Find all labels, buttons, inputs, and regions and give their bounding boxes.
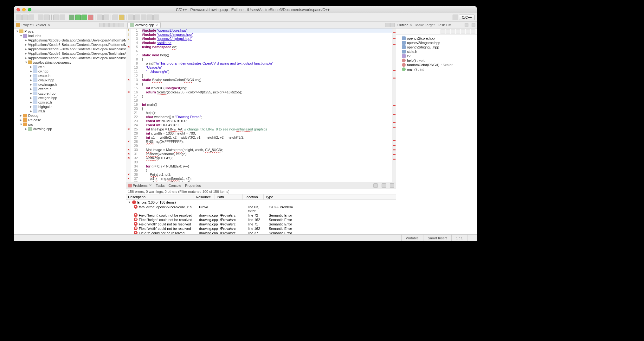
link-editor-icon[interactable]	[104, 23, 109, 27]
outline-tree[interactable]: opencv2/core.hppopencv2/imgproc.hppopenc…	[396, 35, 477, 234]
new-class-icon[interactable]	[97, 15, 103, 20]
open-type-icon[interactable]	[53, 15, 59, 20]
code-area[interactable]: #include "opencv2/core.hpp"#include "ope…	[140, 28, 392, 182]
close-icon[interactable]	[16, 8, 20, 11]
problems-row[interactable]: ✖Field 'width' could not be resolveddraw…	[126, 226, 396, 231]
build-icon[interactable]	[38, 15, 43, 20]
titlebar[interactable]: C/C++ - Prova/src/drawing.cpp - Eclipse …	[14, 6, 477, 13]
column-type[interactable]: Type	[264, 194, 396, 199]
tree-item[interactable]: ▶cxeigen.hpp	[14, 96, 126, 100]
tree-item[interactable]: ▶cv.h	[14, 65, 126, 69]
link-icon[interactable]	[466, 29, 470, 34]
forward-icon[interactable]	[153, 15, 159, 20]
problems-row[interactable]: ✖fatal error: 'opencv2/core/core_c.h' fi…	[126, 205, 396, 213]
editor-tab[interactable]: drawing.cpp ✕	[127, 22, 161, 28]
column-resource[interactable]: Resource	[194, 194, 215, 199]
minimize-editor-icon[interactable]	[385, 23, 390, 27]
open-perspective-icon[interactable]	[453, 15, 458, 20]
tab-tasks[interactable]: Tasks	[156, 184, 164, 187]
tree-item[interactable]: ▼Includes	[14, 34, 126, 38]
tab-task-list[interactable]: Task List	[438, 23, 451, 27]
column-path[interactable]: Path	[215, 194, 243, 199]
tree-item[interactable]: ▶/Applications/Xcode6-Beta.app/Contents/…	[14, 47, 126, 51]
tree-item[interactable]: ▼Prova	[14, 29, 126, 34]
view-menu-icon[interactable]	[471, 29, 475, 34]
minimize-icon[interactable]	[22, 8, 26, 11]
maximize-view-icon[interactable]	[472, 23, 475, 27]
filter-icon[interactable]	[461, 29, 465, 34]
tree-item[interactable]: ▼src	[14, 122, 126, 127]
outline-item[interactable]: main() : int	[397, 67, 475, 72]
tree-item[interactable]: ▶/Applications/Xcode6-Beta.app/Contents/…	[14, 56, 126, 60]
outline-item[interactable]: randomColor(RNG&) : Scalar	[397, 63, 475, 67]
project-explorer-tab[interactable]: Project Explorer ✕	[14, 22, 126, 28]
outline-item[interactable]: opencv2/highgui.hpp	[397, 45, 475, 49]
close-icon[interactable]: ✕	[48, 23, 50, 27]
close-icon[interactable]: ✕	[155, 23, 158, 27]
run-icon[interactable]	[75, 15, 81, 20]
tree-item[interactable]: ▶/Applications/Xcode6-Beta.app/Contents/…	[14, 42, 126, 47]
build-all-icon[interactable]	[44, 15, 50, 20]
tree-item[interactable]: ▶cxcore.h	[14, 87, 126, 91]
minimize-view-icon[interactable]	[382, 183, 386, 188]
open-element-icon[interactable]	[60, 15, 65, 20]
debug-icon[interactable]	[69, 15, 74, 20]
save-all-icon[interactable]	[29, 15, 34, 20]
tree-item[interactable]: ▶cxmisc.h	[14, 100, 126, 104]
tab-console[interactable]: Console	[169, 184, 181, 187]
search-icon[interactable]	[113, 15, 118, 20]
problems-group[interactable]: ▼Errors (100 of 156 items)	[126, 200, 396, 205]
tree-item[interactable]: ▶/Applications/Xcode6-Beta.app/Contents/…	[14, 51, 126, 56]
hide-fields-icon[interactable]	[446, 29, 450, 34]
last-edit-icon[interactable]	[141, 15, 146, 20]
hide-static-icon[interactable]	[451, 29, 455, 34]
close-icon[interactable]: ✕	[409, 23, 412, 27]
problems-row[interactable]: ✖Field 'x' could not be resolveddrawing.…	[126, 231, 396, 234]
close-icon[interactable]: ✕	[149, 183, 152, 187]
problems-row[interactable]: ✖Field 'height' could not be resolveddra…	[126, 213, 396, 218]
next-annot-icon[interactable]	[134, 15, 140, 20]
tree-item[interactable]: ▼/usr/local/include/opencv	[14, 60, 126, 65]
problems-header[interactable]: Description Resource Path Location Type	[126, 194, 396, 200]
tree-item[interactable]: ▶/Applications/Xcode6-Beta.app/Contents/…	[14, 38, 126, 42]
save-icon[interactable]	[22, 15, 28, 20]
prev-annot-icon[interactable]	[128, 15, 134, 20]
tab-properties[interactable]: Properties	[185, 184, 201, 187]
tree-item[interactable]: ▶cxcore.hpp	[14, 91, 126, 96]
minimize-view-icon[interactable]	[114, 23, 119, 27]
line-gutter[interactable]: 1234567891011121314151617181920212223242…	[131, 28, 140, 182]
profile-icon[interactable]	[81, 15, 87, 20]
tree-item[interactable]: ▶ml.h	[14, 109, 126, 113]
problems-row[interactable]: ✖Field 'width' could not be resolveddraw…	[126, 222, 396, 226]
column-location[interactable]: Location	[243, 194, 264, 199]
maximize-icon[interactable]	[28, 8, 31, 11]
new-icon[interactable]	[16, 15, 22, 20]
sort-icon[interactable]	[441, 29, 445, 34]
maximize-editor-icon[interactable]	[390, 23, 395, 27]
tree-item[interactable]: ▶Debug	[14, 113, 126, 118]
stop-icon[interactable]	[88, 15, 93, 20]
outline-item[interactable]: opencv2/imgproc.hpp	[397, 41, 475, 45]
toggle-mark-icon[interactable]	[119, 15, 125, 20]
outline-item[interactable]: help() : void	[397, 58, 475, 63]
back-icon[interactable]	[147, 15, 153, 20]
outline-item[interactable]: stdio.h	[397, 49, 475, 54]
tree-item[interactable]: ▶cvaux.h	[14, 73, 126, 78]
tree-item[interactable]: ▶cvaux.hpp	[14, 78, 126, 82]
project-tree[interactable]: ▼Prova▼Includes▶/Applications/Xcode6-Bet…	[14, 28, 126, 234]
tab-outline[interactable]: Outline✕	[397, 23, 412, 27]
outline-item[interactable]: opencv2/core.hpp	[397, 36, 475, 41]
tree-item[interactable]: ▶drawing.cpp	[14, 127, 126, 131]
tab-problems[interactable]: Problems✕	[128, 183, 152, 187]
overview-ruler[interactable]	[392, 28, 396, 182]
collapse-all-icon[interactable]	[99, 23, 104, 27]
perspective-button[interactable]: C/C++	[459, 15, 475, 20]
tree-item[interactable]: ▶cvwimage.h	[14, 82, 126, 87]
hide-nonpublic-icon[interactable]	[456, 29, 460, 34]
maximize-view-icon[interactable]	[390, 183, 394, 188]
outline-item[interactable]: cv	[397, 54, 475, 58]
minimize-view-icon[interactable]	[465, 23, 468, 27]
marker-ruler[interactable]: ???✖✖✖✖✖✖✖✖✖✖✖✖✖	[126, 28, 131, 182]
view-menu-icon[interactable]	[373, 183, 378, 188]
tree-item[interactable]: ▶Release	[14, 118, 126, 122]
